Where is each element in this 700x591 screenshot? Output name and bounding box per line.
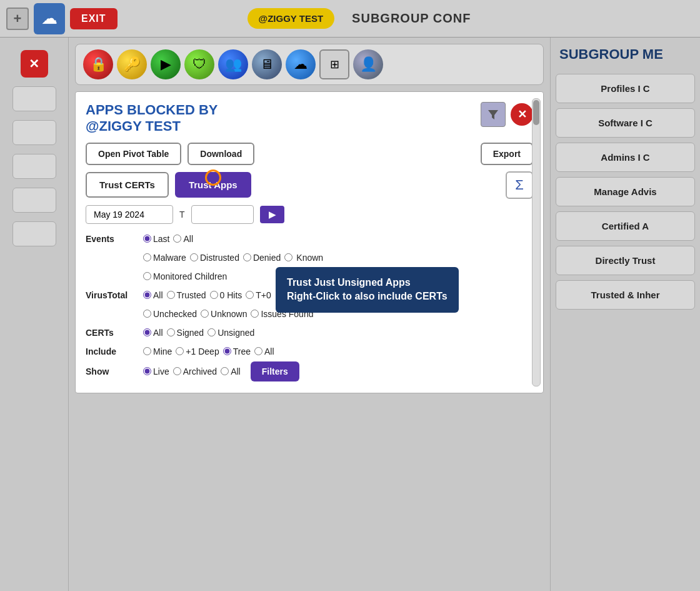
trust-certs-button[interactable]: Trust CERTs bbox=[86, 172, 169, 198]
show-archived-option[interactable]: Archived bbox=[173, 363, 217, 380]
cloud-nav-button[interactable]: ☁ bbox=[34, 3, 65, 34]
events-all-option[interactable]: All bbox=[173, 230, 193, 248]
svg-marker-0 bbox=[488, 110, 498, 119]
malware-option[interactable]: Malware bbox=[143, 249, 186, 266]
vt-all-option[interactable]: All bbox=[143, 286, 163, 304]
play-icon-button[interactable]: ▶ bbox=[151, 49, 181, 79]
user-button[interactable]: @ZIGGY TEST bbox=[248, 8, 335, 29]
events-label: Events bbox=[86, 230, 136, 248]
vt-tplus0-option[interactable]: T+0 bbox=[246, 286, 271, 304]
left-nav-btn-5[interactable] bbox=[12, 221, 56, 246]
show-row: Show Live Archived All Filters bbox=[86, 361, 533, 381]
key-icon-button[interactable]: 🔑 bbox=[117, 49, 147, 79]
admins-button[interactable]: Admins I C bbox=[556, 143, 695, 172]
vt-unchecked-option[interactable]: Unchecked bbox=[143, 305, 197, 323]
certs-unsigned-option[interactable]: Unsigned bbox=[208, 324, 254, 341]
include-1deep-option[interactable]: +1 Deep bbox=[176, 343, 219, 360]
filter-icon-button[interactable] bbox=[481, 102, 506, 127]
scrollbar[interactable] bbox=[532, 98, 541, 386]
trust-buttons-row: Trust CERTs Trust Apps Σ bbox=[86, 171, 533, 199]
date-t-label: T bbox=[179, 210, 185, 220]
include-all-option[interactable]: All bbox=[254, 343, 274, 360]
person-icon-button[interactable]: 👤 bbox=[353, 49, 383, 79]
tooltip-line2: Right-Click to also include CERTs bbox=[287, 290, 448, 303]
users-icon-button[interactable]: 👥 bbox=[218, 49, 248, 79]
header-controls: ✕ bbox=[481, 102, 533, 127]
icon-toolbar: 🔒 🔑 ▶ 🛡 👥 🖥 ☁ ⊞ 👤 bbox=[75, 44, 544, 85]
lock-icon-button[interactable]: 🔒 bbox=[83, 49, 113, 79]
center-panel: 🔒 🔑 ▶ 🛡 👥 🖥 ☁ ⊞ 👤 APPS BLOCKED BY @ZIGGY… bbox=[69, 38, 550, 591]
include-label: Include bbox=[86, 343, 136, 360]
monitored-children-option[interactable]: Monitored Children bbox=[143, 268, 227, 285]
left-nav-btn-3[interactable] bbox=[12, 154, 56, 179]
content-box: APPS BLOCKED BY @ZIGGY TEST ✕ Open Pivot… bbox=[75, 91, 544, 393]
tooltip-box: Trust Just Unsigned Apps Right-Click to … bbox=[276, 267, 459, 313]
main-layout: 🔒 🔑 ▶ 🛡 👥 🖥 ☁ ⊞ 👤 APPS BLOCKED BY @ZIGGY… bbox=[0, 38, 700, 591]
sigma-button[interactable]: Σ bbox=[506, 171, 533, 199]
left-nav-btn-1[interactable] bbox=[12, 86, 56, 111]
filters-button[interactable]: Filters bbox=[251, 361, 299, 381]
date-text-input[interactable] bbox=[191, 205, 254, 224]
denied-option[interactable]: Denied bbox=[243, 249, 281, 266]
certs-row: CERTs All Signed Unsigned bbox=[86, 324, 533, 341]
include-tree-option[interactable]: Tree bbox=[223, 343, 251, 360]
trust-apps-button[interactable]: Trust Apps bbox=[175, 172, 251, 198]
profiles-button[interactable]: Profiles I C bbox=[556, 74, 695, 103]
left-nav-btn-2[interactable] bbox=[12, 120, 56, 145]
include-mine-option[interactable]: Mine bbox=[143, 343, 172, 360]
known-label: Known bbox=[296, 249, 323, 266]
top-bar: + ☁ EXIT @ZIGGY TEST SUBGROUP CONF bbox=[0, 0, 700, 38]
date-row: T ▶ bbox=[86, 205, 533, 224]
known-option[interactable] bbox=[284, 253, 292, 261]
manage-advisors-button[interactable]: Manage Advis bbox=[556, 177, 695, 206]
shield-icon-button[interactable]: 🛡 bbox=[184, 49, 214, 79]
event-types-row: Malware Distrusted Denied Known bbox=[86, 249, 533, 266]
left-close-button[interactable] bbox=[21, 50, 48, 78]
left-sidebar bbox=[0, 38, 69, 591]
content-close-button[interactable]: ✕ bbox=[511, 103, 533, 126]
monitor-icon-button[interactable]: 🖥 bbox=[252, 49, 282, 79]
vt-0hits-option[interactable]: 0 Hits bbox=[210, 286, 242, 304]
go-button[interactable]: ▶ bbox=[260, 206, 284, 223]
table-icon-button[interactable]: ⊞ bbox=[319, 49, 349, 79]
show-live-option[interactable]: Live bbox=[143, 363, 169, 380]
export-button[interactable]: Export bbox=[481, 143, 533, 165]
software-button[interactable]: Software I C bbox=[556, 108, 695, 138]
distrusted-option[interactable]: Distrusted bbox=[190, 249, 239, 266]
show-label: Show bbox=[86, 363, 136, 380]
download-button[interactable]: Download bbox=[188, 143, 254, 165]
right-sidebar: SUBGROUP ME Profiles I C Software I C Ad… bbox=[550, 38, 700, 591]
show-all-option[interactable]: All bbox=[221, 363, 241, 380]
open-pivot-button[interactable]: Open Pivot Table bbox=[86, 143, 181, 165]
events-row: Events Last All bbox=[86, 230, 533, 248]
certs-label: CERTs bbox=[86, 324, 136, 341]
include-row: Include Mine +1 Deep Tree All bbox=[86, 343, 533, 360]
certs-all-option[interactable]: All bbox=[143, 324, 163, 341]
action-buttons-row: Open Pivot Table Download Export bbox=[86, 143, 533, 165]
add-button[interactable]: + bbox=[6, 8, 29, 30]
cloud-icon-button[interactable]: ☁ bbox=[286, 49, 316, 79]
subgroup-config-title: SUBGROUP CONF bbox=[352, 11, 471, 26]
exit-button[interactable]: EXIT bbox=[70, 8, 118, 29]
events-last-option[interactable]: Last bbox=[143, 230, 169, 248]
tooltip-line1: Trust Just Unsigned Apps bbox=[287, 276, 448, 290]
right-sidebar-title: SUBGROUP ME bbox=[556, 44, 695, 65]
certs-signed-option[interactable]: Signed bbox=[167, 324, 204, 341]
vt-trusted-option[interactable]: Trusted bbox=[167, 286, 206, 304]
vt-unknown-option[interactable]: Unknown bbox=[201, 305, 247, 323]
directly-trust-button[interactable]: Directly Trust bbox=[556, 246, 695, 275]
certified-button[interactable]: Certified A bbox=[556, 211, 695, 241]
virustotal-label: VirusTotal bbox=[86, 286, 136, 304]
content-box-title: APPS BLOCKED BY @ZIGGY TEST bbox=[86, 102, 218, 135]
trusted-inherit-button[interactable]: Trusted & Inher bbox=[556, 280, 695, 310]
date-input[interactable] bbox=[86, 205, 173, 224]
left-nav-btn-4[interactable] bbox=[12, 188, 56, 213]
scrollbar-thumb bbox=[533, 100, 539, 125]
content-box-header: APPS BLOCKED BY @ZIGGY TEST ✕ bbox=[86, 102, 533, 135]
